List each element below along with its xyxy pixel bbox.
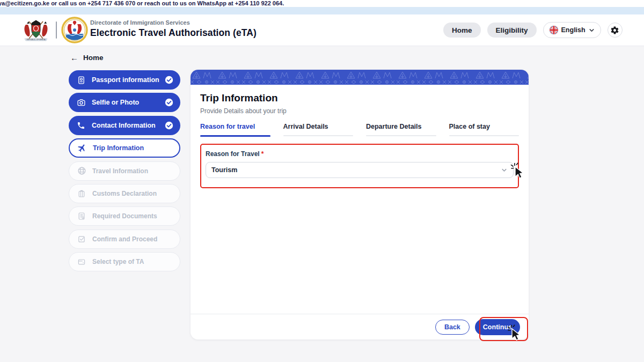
tab-reason-for-travel[interactable]: Reason for travel (200, 123, 270, 137)
gear-icon (610, 26, 619, 35)
plane-icon (77, 143, 87, 153)
tab-underline (449, 135, 519, 136)
contact-text: ya@ecitizen.go.ke or call us on +254 717… (0, 0, 284, 6)
card-content: Trip Information Provide Details about y… (191, 85, 529, 188)
documents-icon (76, 211, 87, 221)
trip-information-card: Trip Information Provide Details about y… (191, 70, 529, 339)
sidebar-item-required-documents: Required Documents (69, 206, 180, 226)
chevron-down-icon (589, 27, 595, 33)
kenya-coat-of-arms-logo: REPUBLIC OF KENYA (20, 17, 52, 44)
steps-sidebar: Passport information Selfie or Photo Con… (69, 70, 180, 275)
required-asterisk: * (261, 150, 264, 158)
sidebar-item-trip-information[interactable]: Trip Information (69, 138, 180, 158)
phone-icon (76, 120, 86, 131)
continue-button[interactable]: Continue (475, 319, 520, 335)
back-home-label: Home (83, 54, 104, 62)
logo-divider (56, 21, 57, 39)
suitcase-icon (76, 188, 87, 199)
uk-flag-icon (550, 26, 558, 34)
page-subtitle: Provide Details about your trip (200, 107, 519, 115)
trip-tabs: Reason for travel Arrival Details Depart… (200, 123, 519, 137)
tab-underline (366, 135, 436, 136)
page-title: Trip Information (200, 92, 519, 104)
back-button[interactable]: Back (435, 320, 470, 335)
brand-block: Directorate of Immigration Services Elec… (90, 19, 257, 39)
page: ya@ecitizen.go.ke or call us on +254 717… (0, 0, 644, 362)
selected-reason-value: Tourism (211, 166, 501, 174)
sidebar-item-confirm-and-proceed: Confirm and Proceed (69, 230, 180, 249)
app-header: REPUBLIC OF KENYA Directorate of Immigra… (0, 14, 644, 46)
check-circle-icon (165, 98, 173, 107)
sidebar-item-contact-information[interactable]: Contact Information (69, 116, 180, 135)
check-circle-icon (165, 121, 173, 130)
tab-place-of-stay[interactable]: Place of stay (449, 123, 519, 137)
annotation-box-reason-field: Reason for Travel* Tourism (200, 144, 519, 188)
eligibility-button[interactable]: Eligibility (487, 23, 537, 38)
camera-icon (76, 97, 86, 108)
immigration-services-logo (61, 17, 88, 43)
decorative-pattern-band (191, 70, 529, 85)
globe-icon (76, 166, 87, 176)
tab-departure-details[interactable]: Departure Details (366, 123, 436, 137)
reason-for-travel-label: Reason for Travel* (206, 150, 514, 158)
wallet-icon (76, 256, 87, 267)
sidebar-item-travel-information: Travel Information (69, 161, 180, 181)
coat-caption-text: REPUBLIC OF KENYA (27, 39, 46, 41)
tab-underline (283, 135, 354, 136)
home-button[interactable]: Home (443, 23, 481, 38)
language-selector[interactable]: English (543, 22, 601, 38)
tab-arrival-details[interactable]: Arrival Details (283, 123, 354, 137)
notice-band (0, 7, 644, 14)
reason-for-travel-select[interactable]: Tourism (206, 162, 514, 178)
sidebar-item-passport-information[interactable]: Passport information (69, 70, 180, 90)
checkbox-icon (76, 234, 87, 245)
language-label: English (561, 26, 586, 34)
passport-icon (76, 75, 86, 85)
settings-button[interactable] (608, 23, 623, 38)
sidebar-item-customs-declaration: Customs Declaration (69, 184, 180, 203)
select-chevron-down-icon (501, 167, 508, 174)
card-footer: Back Continue (191, 314, 529, 339)
back-arrow-icon: ← (70, 53, 78, 62)
org-name: Directorate of Immigration Services (90, 19, 257, 26)
tab-underline (200, 135, 270, 137)
app-title: Electronic Travel Authorisation (eTA) (90, 27, 257, 39)
contact-strip: ya@ecitizen.go.ke or call us on +254 717… (0, 0, 644, 7)
header-nav: Home Eligibility English (443, 22, 623, 38)
check-circle-icon (165, 76, 173, 84)
sidebar-item-select-type-of-ta: Select type of TA (69, 252, 180, 271)
back-home-link[interactable]: ← Home (70, 53, 104, 62)
sidebar-item-selfie-or-photo[interactable]: Selfie or Photo (69, 93, 180, 112)
